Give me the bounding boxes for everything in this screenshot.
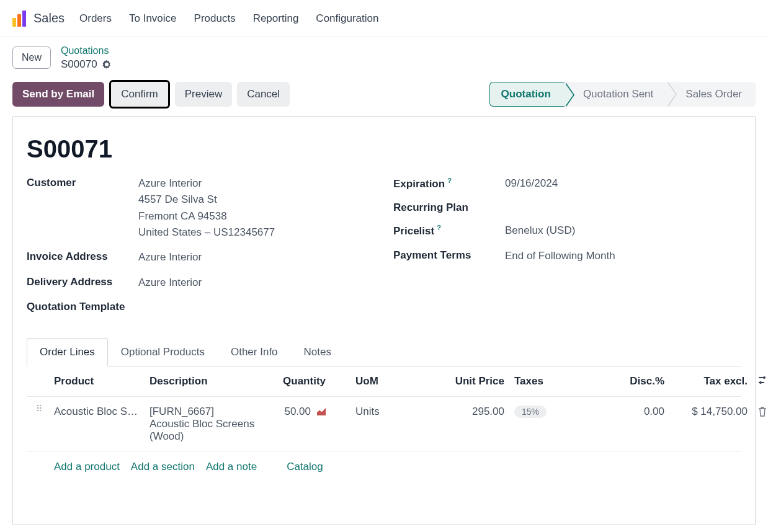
navbar: Sales Orders To Invoice Products Reporti… (0, 0, 768, 37)
tab-notes[interactable]: Notes (291, 338, 344, 366)
col-taxes[interactable]: Taxes (507, 375, 594, 388)
nav-configuration[interactable]: Configuration (316, 12, 378, 25)
status-bar: Quotation Quotation Sent Sales Order (489, 82, 756, 107)
tax-badge[interactable]: 15% (514, 406, 547, 418)
svg-point-0 (763, 376, 766, 379)
quotation-template-label: Quotation Template (27, 299, 138, 313)
columns-options-icon[interactable] (750, 375, 768, 388)
delivery-address-label: Delivery Address (27, 275, 138, 288)
order-lines-grid: Product Description Quantity UoM Unit Pr… (27, 366, 741, 482)
confirm-button[interactable]: Confirm (109, 80, 170, 109)
gear-icon[interactable] (102, 60, 111, 69)
pricelist-label: Pricelist? (393, 223, 505, 237)
col-unit-price[interactable]: Unit Price (393, 375, 504, 388)
nav-orders[interactable]: Orders (79, 12, 112, 25)
svg-point-1 (759, 381, 762, 384)
breadcrumb-parent[interactable]: Quotations (61, 45, 111, 58)
send-by-email-button[interactable]: Send by Email (12, 82, 104, 107)
add-note-link[interactable]: Add a note (206, 461, 257, 473)
col-description[interactable]: Description (150, 375, 255, 388)
catalog-link[interactable]: Catalog (287, 461, 323, 473)
payment-terms-value[interactable]: End of Following Month (505, 248, 741, 264)
cell-product[interactable]: Acoustic Bloc S… (54, 406, 147, 418)
cancel-button[interactable]: Cancel (237, 82, 290, 107)
cell-unit-price[interactable]: 295.00 (393, 406, 504, 418)
action-bar: Send by Email Confirm Preview Cancel Quo… (0, 80, 768, 116)
tab-other-info[interactable]: Other Info (218, 338, 291, 366)
nav-products[interactable]: Products (194, 12, 236, 25)
breadcrumb-row: New Quotations S00070 (0, 37, 768, 80)
help-icon[interactable]: ? (447, 177, 452, 184)
stage-quotation[interactable]: Quotation (489, 82, 565, 107)
expiration-label: Expiration? (393, 175, 505, 190)
nav-to-invoice[interactable]: To Invoice (129, 12, 177, 25)
app-name[interactable]: Sales (33, 11, 65, 25)
col-uom[interactable]: UoM (328, 375, 390, 388)
cell-quantity[interactable]: 50.00 (284, 406, 311, 418)
help-icon[interactable]: ? (437, 224, 441, 231)
cell-uom[interactable]: Units (328, 406, 390, 418)
cell-tax-excl: $ 14,750.00 (667, 406, 748, 418)
tabs: Order Lines Optional Products Other Info… (27, 338, 741, 366)
stage-quotation-sent[interactable]: Quotation Sent (565, 82, 667, 107)
col-product[interactable]: Product (54, 375, 147, 388)
form-sheet: S00071 Customer Azure Interior 4557 De S… (12, 116, 756, 525)
add-product-link[interactable]: Add a product (54, 461, 120, 473)
record-title: S00071 (27, 135, 741, 163)
app-logo (12, 11, 26, 27)
tab-optional-products[interactable]: Optional Products (108, 338, 218, 366)
customer-value[interactable]: Azure Interior 4557 De Silva St Fremont … (138, 175, 375, 241)
cell-description[interactable]: [FURN_6667] Acoustic Bloc Screens (Wood) (150, 406, 255, 443)
recurring-plan-label: Recurring Plan (393, 200, 505, 214)
delete-row-icon[interactable] (750, 406, 768, 420)
pricelist-value[interactable]: Benelux (USD) (505, 223, 741, 239)
stage-sales-order[interactable]: Sales Order (667, 82, 756, 107)
breadcrumb-current: S00070 (61, 58, 97, 71)
col-disc[interactable]: Disc.% (596, 375, 664, 388)
payment-terms-label: Payment Terms (393, 248, 505, 262)
delivery-address-value[interactable]: Azure Interior (138, 275, 375, 291)
drag-handle-icon[interactable]: ⠿ (27, 406, 51, 410)
expiration-value[interactable]: 09/16/2024 (505, 175, 741, 192)
add-section-link[interactable]: Add a section (131, 461, 195, 473)
col-tax-excl[interactable]: Tax excl. (667, 375, 748, 388)
table-row[interactable]: ⠿ Acoustic Bloc S… [FURN_6667] Acoustic … (27, 397, 741, 452)
new-button[interactable]: New (12, 47, 51, 69)
col-quantity[interactable]: Quantity (257, 375, 326, 388)
cell-disc[interactable]: 0.00 (596, 406, 664, 418)
tab-order-lines[interactable]: Order Lines (27, 338, 108, 366)
forecast-icon[interactable] (317, 408, 326, 415)
nav-reporting[interactable]: Reporting (253, 12, 299, 25)
invoice-address-label: Invoice Address (27, 249, 138, 263)
customer-label: Customer (27, 175, 138, 189)
preview-button[interactable]: Preview (175, 82, 232, 107)
invoice-address-value[interactable]: Azure Interior (138, 249, 375, 265)
